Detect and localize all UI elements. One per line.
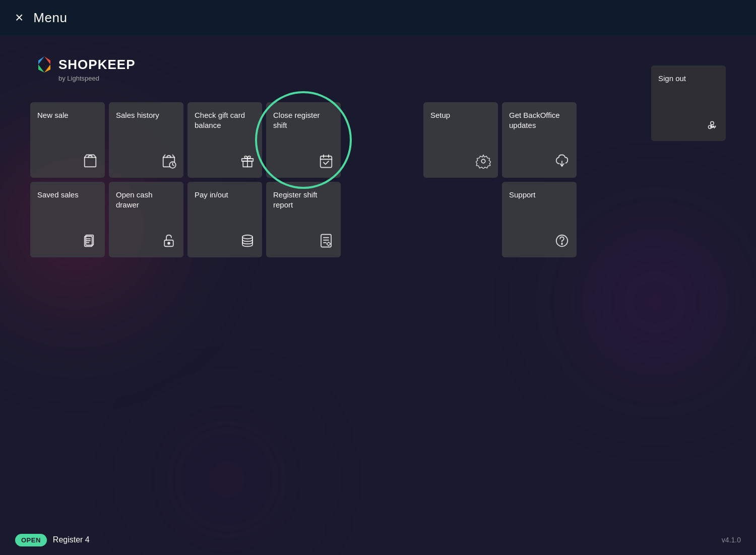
open-badge: OPEN [15,534,47,546]
svg-point-5 [711,121,714,125]
register-shift-report-button[interactable]: Register shift report [266,182,341,257]
gear-icon [476,154,491,171]
page-title: Menu [33,10,67,26]
setup-button[interactable]: Setup [423,102,498,178]
question-icon [554,233,570,250]
pay-in-out-button[interactable]: Pay in/out [187,182,262,257]
get-backoffice-updates-button[interactable]: Get BackOffice updates [502,102,577,178]
lock-icon [161,233,176,250]
svg-point-6 [708,125,712,129]
sign-out-label: Sign out [658,74,719,84]
pay-in-out-label: Pay in/out [195,190,255,200]
register-status: OPEN Register 4 [15,534,90,546]
top-bar: × Menu [0,0,756,35]
brand-name: SHOPKEEP [58,57,136,73]
sales-history-button[interactable]: Sales history [109,102,183,178]
empty-tile-3 [423,182,498,257]
shopkeep-logo-icon [35,55,53,74]
get-backoffice-updates-label: Get BackOffice updates [509,110,570,130]
empty-tile-2 [345,182,419,257]
docs-icon [83,233,98,250]
bag-icon [83,154,98,171]
menu-row-1: New sale Sales history [30,102,726,178]
new-sale-label: New sale [37,110,98,120]
brand-sub: by Lightspeed [58,75,136,82]
bottom-bar: OPEN Register 4 v4.1.0 [0,525,756,555]
sign-out-icon [706,119,719,134]
svg-point-17 [481,159,485,163]
empty-tile-1 [345,102,419,178]
coins-icon [240,233,255,250]
check-gift-card-button[interactable]: Check gift card balance [187,102,262,178]
sales-history-label: Sales history [116,110,176,120]
open-cash-drawer-label: Open cash drawer [116,190,176,210]
support-button[interactable]: Support [502,182,577,257]
logo-area: SHOPKEEP by Lightspeed [35,55,136,82]
svg-rect-13 [321,156,332,168]
open-cash-drawer-button[interactable]: Open cash drawer [109,182,183,257]
close-register-shift-button[interactable]: Close register shift [266,102,341,178]
svg-marker-3 [44,64,50,73]
saved-sales-button[interactable]: Saved sales [30,182,105,257]
version-label: v4.1.0 [722,536,741,544]
svg-point-25 [168,242,170,244]
close-register-shift-label: Close register shift [273,110,334,130]
report-icon [319,233,334,250]
register-shift-report-label: Register shift report [273,190,334,210]
saved-sales-label: Saved sales [37,190,98,200]
register-name: Register 4 [53,535,90,544]
menu-row-2: Saved sales Open cash drawer [30,182,726,257]
setup-label: Setup [430,110,491,120]
gift-icon [240,154,255,171]
menu-grid: New sale Sales history [30,102,726,257]
calendar-check-icon [319,154,334,171]
support-label: Support [509,190,570,200]
main-content: SHOPKEEP by Lightspeed Sign out [0,35,756,555]
svg-marker-1 [38,56,44,64]
bag-clock-icon [161,154,176,171]
sign-out-button[interactable]: Sign out [651,65,726,141]
svg-point-26 [242,235,253,239]
cloud-download-icon [554,154,570,171]
new-sale-button[interactable]: New sale [30,102,105,178]
svg-point-32 [561,243,562,244]
check-gift-card-label: Check gift card balance [195,110,255,130]
close-button[interactable]: × [15,11,23,25]
